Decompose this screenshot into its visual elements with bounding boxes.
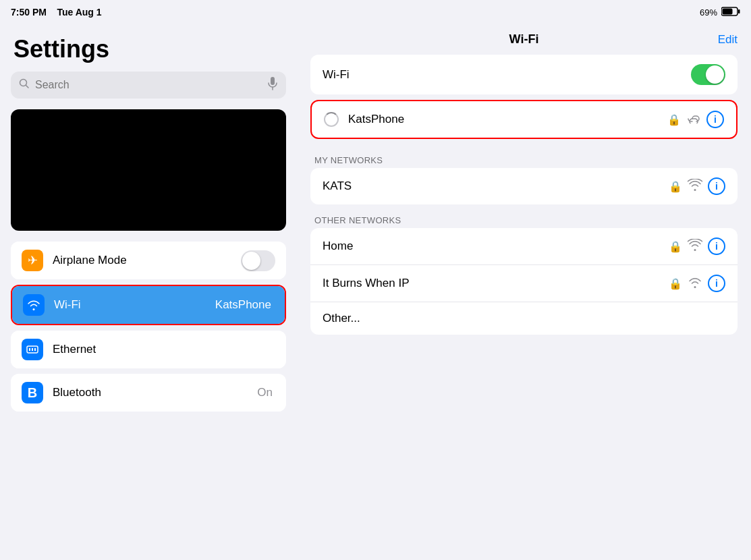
wifi-label: Wi-Fi [54, 298, 215, 312]
ethernet-label: Ethernet [53, 343, 275, 356]
ethernet-icon [22, 339, 43, 360]
svg-rect-8 [29, 348, 30, 351]
settings-title: Settings [0, 24, 297, 72]
kats-lock-icon: 🔒 [669, 180, 682, 193]
airplane-toggle[interactable] [241, 250, 275, 271]
profile-image[interactable] [11, 109, 286, 231]
wifi-icon [23, 294, 45, 316]
search-input[interactable] [35, 79, 262, 91]
airplane-label: Airplane Mode [53, 254, 241, 267]
ethernet-section: Ethernet [11, 331, 286, 368]
katsphone-icons: 🔒 i [667, 111, 724, 128]
sidebar-item-ethernet[interactable]: Ethernet [11, 331, 286, 368]
katsphone-info-button[interactable]: i [706, 111, 724, 128]
other-networks-card: Home 🔒 i [310, 228, 738, 335]
network-row-kats[interactable]: KATS 🔒 i [310, 168, 738, 204]
battery-percent: 69% [700, 7, 717, 18]
svg-rect-9 [32, 348, 33, 351]
sidebar: Settings ✈ Ai [0, 24, 297, 560]
battery-icon [721, 7, 740, 18]
home-lock-icon: 🔒 [669, 240, 682, 253]
network-row-burns[interactable]: It Burns When IP 🔒 i [310, 265, 738, 302]
svg-rect-1 [723, 8, 733, 14]
bluetooth-section: B Bluetooth On [11, 374, 286, 412]
link-icon [686, 113, 701, 127]
katsphone-card: KatsPhone 🔒 i [310, 100, 738, 139]
network-name-home: Home [323, 240, 669, 253]
burns-lock-icon: 🔒 [669, 277, 682, 290]
status-bar: 7:50 PM Tue Aug 1 69% [0, 0, 751, 24]
bluetooth-value: On [257, 386, 273, 399]
status-date: Tue Aug 1 [57, 7, 101, 18]
search-bar[interactable] [11, 72, 286, 99]
wifi-connected-value: KatsPhone [215, 298, 271, 312]
panel-title: Wi-Fi [509, 32, 539, 47]
katsphone-row[interactable]: KatsPhone 🔒 i [312, 101, 736, 138]
search-icon [19, 78, 30, 92]
status-time-date: 7:50 PM Tue Aug 1 [11, 7, 102, 18]
bluetooth-icon: B [22, 382, 43, 403]
burns-icons: 🔒 i [669, 275, 725, 292]
panel-content: Wi-Fi KatsPhone 🔒 [297, 55, 751, 335]
wifi-item-border: Wi-Fi KatsPhone [11, 285, 286, 325]
panel-header: Wi-Fi Edit [297, 24, 751, 55]
network-name-other: Other... [323, 312, 725, 325]
home-info-button[interactable]: i [708, 237, 725, 255]
status-indicators: 69% [700, 7, 740, 18]
wifi-master-toggle[interactable] [691, 64, 725, 85]
svg-rect-5 [271, 77, 275, 85]
other-networks-label: OTHER NETWORKS [310, 210, 738, 228]
sidebar-item-wifi[interactable]: Wi-Fi KatsPhone [12, 286, 285, 324]
home-icons: 🔒 i [669, 237, 725, 255]
connecting-spinner [324, 112, 339, 127]
bluetooth-label: Bluetooth [53, 386, 257, 399]
burns-wifi-icon [688, 276, 702, 291]
home-wifi-icon [688, 239, 702, 254]
svg-rect-2 [738, 9, 740, 13]
kats-info-button[interactable]: i [708, 177, 725, 195]
network-row-other[interactable]: Other... [310, 302, 738, 335]
network-name-burns: It Burns When IP [323, 277, 669, 290]
sidebar-item-bluetooth[interactable]: B Bluetooth On [11, 374, 286, 412]
kats-wifi-icon [688, 179, 702, 194]
airplane-icon: ✈ [22, 250, 43, 271]
wifi-toggle-card: Wi-Fi [310, 55, 738, 94]
sidebar-item-airplane[interactable]: ✈ Airplane Mode [11, 242, 286, 279]
wifi-toggle-label: Wi-Fi [323, 68, 691, 82]
katsphone-name: KatsPhone [348, 113, 667, 126]
my-networks-label: MY NETWORKS [310, 150, 738, 168]
edit-button[interactable]: Edit [718, 33, 738, 47]
mic-icon[interactable] [267, 77, 278, 93]
network-row-home[interactable]: Home 🔒 i [310, 228, 738, 265]
status-time: 7:50 PM [11, 7, 47, 18]
lock-icon: 🔒 [667, 113, 681, 126]
svg-line-4 [26, 86, 29, 88]
wifi-detail-panel: Wi-Fi Edit Wi-Fi KatsPhone 🔒 [297, 24, 751, 560]
my-networks-card: KATS 🔒 i [310, 168, 738, 204]
burns-info-button[interactable]: i [708, 275, 725, 292]
airplane-mode-section: ✈ Airplane Mode [11, 242, 286, 279]
network-name-kats: KATS [323, 179, 669, 193]
main-layout: Settings ✈ Ai [0, 24, 751, 560]
kats-icons: 🔒 i [669, 177, 725, 195]
svg-rect-10 [34, 348, 36, 351]
